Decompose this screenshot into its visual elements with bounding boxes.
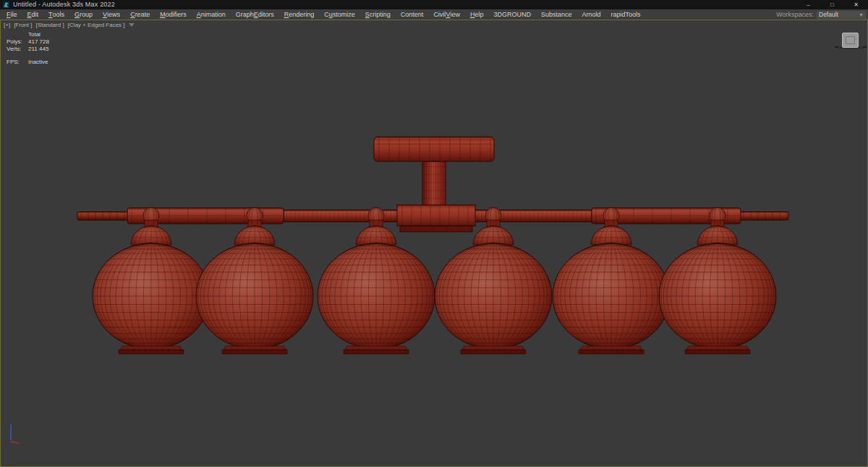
viewport-menu-general[interactable]: [+] <box>4 22 10 28</box>
world-axis-gizmo <box>11 424 20 443</box>
menu-scripting[interactable]: Scripting <box>360 9 396 20</box>
viewport-menu-renderer[interactable]: [Standard ] <box>35 22 64 28</box>
viewport-filter-icon[interactable] <box>129 23 135 27</box>
minimize-button[interactable]: – <box>796 0 820 9</box>
model-lamp-6[interactable] <box>659 208 776 355</box>
viewport-menu-pov[interactable]: [Front ] <box>14 22 32 28</box>
chevron-down-icon: ▼ <box>859 11 864 19</box>
viewcube[interactable] <box>838 30 864 54</box>
menu-views[interactable]: Views <box>98 9 125 20</box>
stats-polys-label: Polys: <box>7 38 28 46</box>
menu-modifiers[interactable]: Modifiers <box>155 9 192 20</box>
menu-substance[interactable]: Substance <box>536 9 577 20</box>
menu-customize[interactable]: Customize <box>319 9 360 20</box>
stats-fps-value: Inactive <box>28 59 48 66</box>
viewport-canvas[interactable] <box>1 20 867 466</box>
menu-rendering[interactable]: Rendering <box>279 9 320 20</box>
menu-file[interactable]: File <box>1 9 22 20</box>
model-collar-band <box>400 226 472 232</box>
close-button[interactable]: ✕ <box>844 0 868 9</box>
viewcube-front-face[interactable] <box>842 33 859 48</box>
menu-arnold[interactable]: Arnold <box>576 9 605 20</box>
menu-content[interactable]: Content <box>396 9 429 20</box>
3ds-max-logo-icon <box>3 1 9 8</box>
menu-animation[interactable]: Animation <box>192 9 231 20</box>
viewport-statistics: Total Polys:417 728 Verts:211 445 FPS:In… <box>7 31 49 66</box>
workspaces-dropdown[interactable]: Default ▼ <box>817 11 866 19</box>
maximize-button[interactable]: □ <box>820 0 844 9</box>
stats-verts-value: 211 445 <box>28 46 48 53</box>
window-title: Untitled - Autodesk 3ds Max 2022 <box>13 0 115 9</box>
model-stem <box>422 161 446 206</box>
stats-polys-value: 417 728 <box>28 38 49 46</box>
title-bar: Untitled - Autodesk 3ds Max 2022 – □ ✕ <box>0 0 868 9</box>
model-canopy <box>374 137 494 161</box>
menu-graph-editors[interactable]: Graph Editors <box>231 9 279 20</box>
model-lamp-1[interactable] <box>93 208 210 355</box>
workspaces-area: Workspaces: Default ▼ <box>776 11 868 19</box>
stats-fps-label: FPS: <box>7 59 28 66</box>
menubar-items: FileEditToolsGroupViewsCreateModifiersAn… <box>1 9 646 20</box>
viewcube-inner-face <box>846 36 855 44</box>
model-collar <box>397 205 475 226</box>
menu-help[interactable]: Help <box>465 9 489 20</box>
menu-3dground[interactable]: 3DGROUND <box>488 9 536 20</box>
menu-civil-view[interactable]: Civil View <box>428 9 465 20</box>
menu-tools[interactable]: Tools <box>43 9 69 20</box>
menu-group[interactable]: Group <box>69 9 98 20</box>
menu-bar: FileEditToolsGroupViewsCreateModifiersAn… <box>0 9 868 20</box>
stats-verts-label: Verts: <box>7 46 28 53</box>
workspaces-label: Workspaces: <box>776 11 814 18</box>
viewport-front[interactable]: [+] [Front ] [Standard ] [Clay + Edged F… <box>0 20 868 467</box>
window-controls: – □ ✕ <box>796 0 868 9</box>
viewport-label: [+] [Front ] [Standard ] [Clay + Edged F… <box>4 22 135 28</box>
workspaces-value: Default <box>819 11 838 19</box>
model-lamp-2[interactable] <box>196 208 313 355</box>
model-lamp-5[interactable] <box>553 208 670 355</box>
viewport-menu-shading[interactable]: [Clay + Edged Faces ] <box>68 22 125 28</box>
menu-rapidtools[interactable]: rapidTools <box>605 9 645 20</box>
menu-edit[interactable]: Edit <box>22 9 44 20</box>
menu-create[interactable]: Create <box>125 9 155 20</box>
stats-total-header: Total <box>28 31 41 38</box>
